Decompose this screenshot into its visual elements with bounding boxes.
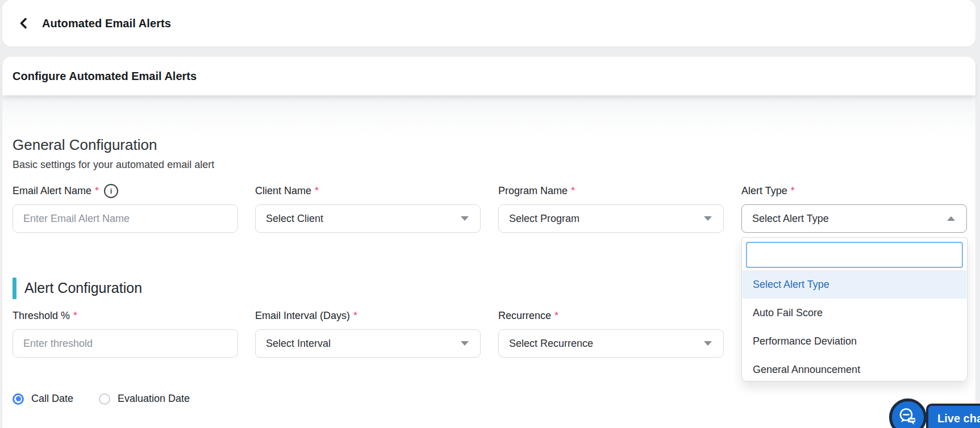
threshold-field: Threshold % * — [12, 309, 238, 322]
required-marker: * — [353, 310, 357, 322]
recurrence-select[interactable]: Select Recurrence — [498, 329, 724, 358]
threshold-label: Threshold % * — [12, 309, 238, 322]
card-title: Configure Automated Email Alerts — [12, 70, 197, 83]
email-alert-name-label: Email Alert Name * i — [12, 184, 238, 198]
option-auto-fail-score[interactable]: Auto Fail Score — [743, 299, 966, 327]
required-marker: * — [554, 310, 558, 322]
back-button[interactable] — [12, 12, 35, 35]
info-icon[interactable]: i — [104, 184, 118, 198]
program-name-label: Program Name * — [498, 184, 724, 198]
alert-type-search-input[interactable] — [746, 242, 963, 268]
client-name-select[interactable]: Select Client — [255, 204, 481, 233]
client-name-label: Client Name * — [255, 184, 481, 198]
general-configuration-subtitle: Basic settings for your automated email … — [12, 159, 214, 171]
caret-down-icon — [704, 216, 712, 221]
top-bar: Automated Email Alerts — [2, 0, 975, 47]
threshold-input[interactable] — [12, 329, 238, 358]
required-marker: * — [73, 310, 77, 322]
caret-up-icon — [947, 216, 955, 221]
required-marker: * — [315, 185, 319, 197]
caret-down-icon — [704, 341, 712, 346]
radio-call-date[interactable]: Call Date — [12, 393, 73, 405]
caret-down-icon — [461, 341, 469, 346]
accent-bar — [12, 278, 16, 299]
alert-type-label: Alert Type * — [741, 184, 967, 198]
page-title: Automated Email Alerts — [42, 17, 171, 30]
recurrence-label: Recurrence * — [498, 309, 724, 322]
option-general-announcement[interactable]: General Announcement — [743, 355, 966, 384]
email-interval-select[interactable]: Select Interval — [255, 329, 481, 358]
alert-type-dropdown-panel: Select Alert Type Auto Fail Score Perfor… — [741, 237, 968, 381]
alert-configuration-heading-row: Alert Configuration — [12, 266, 142, 310]
general-configuration-heading: General Configuration — [12, 136, 157, 154]
email-interval-field: Email Interval (Days) * Select Interval — [255, 309, 481, 322]
option-select-alert-type[interactable]: Select Alert Type — [743, 270, 966, 299]
required-marker: * — [95, 185, 99, 197]
program-name-select[interactable]: Select Program — [498, 204, 724, 233]
alert-type-select[interactable]: Select Alert Type — [741, 204, 967, 233]
program-name-field: Program Name * Select Program — [498, 184, 724, 198]
radio-unselected-icon — [99, 393, 110, 405]
card-header: Configure Automated Email Alerts — [2, 57, 975, 95]
date-basis-radio-group: Call Date Evaluation Date — [12, 393, 190, 405]
email-alert-name-field: Email Alert Name * i — [12, 184, 238, 198]
alert-type-options: Select Alert Type Auto Fail Score Perfor… — [743, 270, 966, 384]
option-performance-deviation[interactable]: Performance Deviation — [743, 327, 966, 355]
caret-down-icon — [461, 216, 469, 221]
alert-configuration-heading: Alert Configuration — [24, 280, 142, 296]
recurrence-field: Recurrence * Select Recurrence — [498, 309, 724, 322]
radio-selected-icon — [12, 393, 24, 405]
live-chat-label[interactable]: Live chat — [926, 404, 980, 428]
chevron-left-icon — [18, 17, 30, 30]
email-interval-label: Email Interval (Days) * — [255, 309, 481, 322]
chat-bubbles-icon — [896, 406, 919, 428]
required-marker: * — [791, 185, 795, 197]
client-name-field: Client Name * Select Client — [255, 184, 481, 198]
radio-evaluation-date[interactable]: Evaluation Date — [99, 393, 190, 405]
email-alert-name-input[interactable] — [12, 204, 238, 233]
configure-card: Configure Automated Email Alerts General… — [2, 57, 975, 428]
alert-type-field: Alert Type * Select Alert Type — [741, 184, 967, 198]
card-content: General Configuration Basic settings for… — [2, 95, 975, 428]
required-marker: * — [571, 185, 575, 197]
